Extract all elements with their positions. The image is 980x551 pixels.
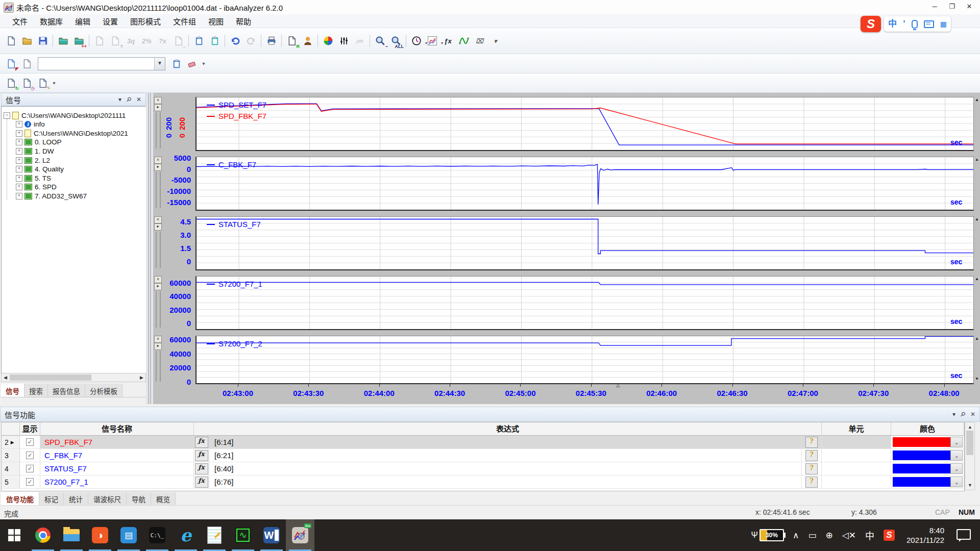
expand-icon[interactable]: + (16, 148, 22, 155)
strip-scroll-up-icon[interactable]: ▲ (975, 336, 979, 341)
taskbar-app-control-panel[interactable]: ▤ (114, 519, 143, 551)
network-globe-icon[interactable]: ⊕ (825, 530, 832, 541)
tree-item-7-add32-sw67[interactable]: +7. ADD32_SW67 (16, 191, 87, 201)
save-button[interactable] (35, 34, 50, 48)
color-dropdown-button[interactable]: ⌄ (950, 463, 963, 474)
battery-status-icon[interactable]: ▭ (808, 530, 816, 541)
strip-scroll-down-icon[interactable]: ▼ (975, 377, 979, 381)
panel-close-icon[interactable]: ✕ (970, 411, 975, 418)
tree-item-0-loop[interactable]: +0. LOOP (16, 138, 62, 147)
strip-close-button[interactable]: x (154, 97, 162, 104)
menu-item-8[interactable]: 帮助 (230, 14, 257, 28)
undo-button[interactable] (228, 34, 242, 48)
menu-item-1[interactable]: 文件 (6, 14, 34, 28)
tree-hscrollbar[interactable]: ◀ ▶ (1, 373, 146, 382)
menu-item-7[interactable]: 视图 (202, 14, 230, 28)
color-swatch[interactable] (893, 464, 950, 473)
strip-scroll-up-icon[interactable]: ▲ (975, 277, 979, 281)
taskbar-app-iba-analyzer[interactable]: ibs (286, 519, 314, 551)
export-dat-button[interactable]: → (171, 34, 186, 48)
print-button[interactable] (264, 34, 279, 48)
color-palette-button[interactable] (321, 34, 335, 48)
expression-cell[interactable]: [6:21] (209, 449, 802, 462)
taskbar-app-oscilloscope-app[interactable]: ∿ (229, 519, 257, 551)
file-history-button[interactable]: ◷ (19, 76, 34, 90)
panel-pin-icon[interactable]: ⚲ (125, 95, 133, 104)
plot-region-S7200_F7_2[interactable] (195, 336, 974, 384)
tree-item-6-spd[interactable]: +6. SPD (16, 183, 57, 192)
tab-统计[interactable]: 统计 (64, 492, 88, 505)
volume-muted-icon[interactable]: ◁✕ (842, 530, 856, 541)
row-number-cell[interactable]: 2▶ (2, 436, 20, 449)
view-page-button[interactable] (19, 56, 34, 71)
ime-toolbox-icon[interactable]: ▦ (940, 16, 947, 32)
panel-close-icon[interactable]: ✕ (136, 96, 141, 103)
refresh-file-button[interactable]: ↻ (4, 76, 18, 90)
fx-button[interactable]: ƒx (195, 477, 208, 488)
panel-pin-icon[interactable]: ⚲ (959, 410, 967, 418)
time-axis-button[interactable]: ▾ (409, 34, 424, 48)
panel-menu-icon[interactable]: ▾ (952, 411, 955, 418)
prev-view-button[interactable]: ◤ (4, 56, 18, 71)
show-checkbox[interactable]: ✓ (26, 478, 34, 486)
expand-icon[interactable]: + (16, 193, 22, 199)
scroll-up-icon[interactable]: ▲ (968, 423, 972, 431)
erase-button[interactable] (185, 56, 200, 71)
signal-sliders-button[interactable] (336, 34, 351, 48)
plot-region-C_FBK_F7[interactable] (195, 157, 974, 211)
tree-item-5-ts[interactable]: +5. TS (16, 173, 51, 183)
expression-cell[interactable]: [6:40] (209, 462, 802, 475)
menu-item-4[interactable]: 设置 (96, 14, 124, 28)
tab-谐波标尺[interactable]: 谐波标尺 (88, 492, 127, 505)
time-cursor-marker[interactable]: △ (616, 383, 620, 388)
tree-item-c-users-wang-desktop-2021[interactable]: +C:\Users\WANG\Desktop\2021 (16, 129, 128, 138)
minimize-button[interactable]: ─ (927, 1, 942, 12)
ime-mic-icon[interactable] (912, 20, 918, 29)
fx-button[interactable]: ƒx (195, 463, 208, 474)
tab-信号功能[interactable]: 信号功能 (1, 492, 39, 505)
taskbar-app-word[interactable]: W (257, 519, 286, 551)
zoom-out-button[interactable]: − (373, 34, 387, 48)
taskbar-app-notepad[interactable] (200, 519, 229, 551)
collapse-icon[interactable]: − (4, 112, 10, 119)
plot-region-SPD_SET_F7[interactable] (195, 97, 974, 151)
expression-x-button[interactable]: ?x (155, 34, 170, 48)
expand-icon[interactable]: + (16, 184, 22, 190)
paste-view-button[interactable] (207, 34, 222, 48)
sogou-logo-icon[interactable]: S (861, 16, 881, 32)
fx-button[interactable]: ƒx (195, 450, 208, 461)
tab-搜索[interactable]: 搜索 (24, 384, 48, 397)
tree-item-1-dw[interactable]: +1. DW (16, 146, 54, 156)
open-datfile-button[interactable] (56, 34, 70, 48)
scale-3q-button[interactable]: 3q (124, 34, 138, 48)
plot-region-S7200_F7_1[interactable] (195, 276, 974, 330)
taskbar-app-foxit[interactable]: ◑ (86, 519, 114, 551)
fx-expression-button[interactable]: ƒx (440, 34, 455, 48)
color-swatch[interactable] (893, 477, 950, 487)
expression-combobox[interactable]: ▼ (38, 57, 165, 70)
signal-name-cell[interactable]: STATUS_F7 (40, 462, 194, 475)
notification-center-icon[interactable] (957, 529, 971, 540)
tray-expand-icon[interactable]: ∧ (793, 530, 799, 541)
combobox-arrow-icon[interactable]: ▼ (154, 58, 165, 70)
zoom-all-button[interactable]: ALL (388, 34, 403, 48)
strip-scroll-up-icon[interactable]: ▲ (975, 217, 979, 221)
color-dropdown-button[interactable]: ⌄ (950, 477, 963, 487)
taskbar-app-chrome[interactable] (29, 519, 57, 551)
spline-button[interactable] (456, 34, 471, 48)
strip-splitter[interactable] (156, 112, 161, 148)
color-dropdown-button[interactable]: ⌄ (950, 437, 963, 447)
redo-button[interactable] (243, 34, 258, 48)
maximize-button[interactable]: ❐ (944, 1, 960, 12)
taskbar-app-terminal[interactable]: C:\_ (143, 519, 172, 551)
menu-item-3[interactable]: 编辑 (69, 14, 96, 28)
tree-item-c-users-wang-desktop-2021111[interactable]: −C:\Users\WANG\Desktop\2021111 (4, 111, 126, 120)
plot-region-STATUS_F7[interactable] (195, 216, 974, 270)
tab-导航[interactable]: 导航 (127, 492, 151, 505)
taskbar-app-internet-explorer[interactable]: e (172, 519, 200, 551)
time-axis[interactable]: 02:43:0002:43:3002:44:0002:44:3002:45:00… (153, 384, 980, 404)
ime-zh-icon[interactable]: 中 (888, 16, 897, 32)
strip-scroll-up-icon[interactable]: ▲ (975, 157, 979, 162)
menu-item-2[interactable]: 数据库 (34, 14, 69, 28)
signal-properties-button[interactable]: ? (108, 34, 122, 48)
